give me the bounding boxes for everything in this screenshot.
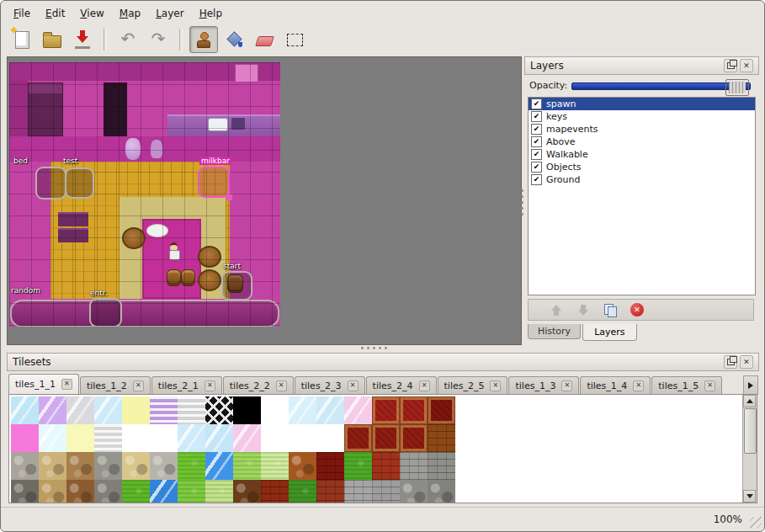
lower-layer-button[interactable] xyxy=(574,301,592,318)
tab-history[interactable]: History xyxy=(528,324,581,339)
layer-row-Objects[interactable]: ✔Objects xyxy=(529,161,755,173)
tile[interactable] xyxy=(205,424,233,452)
tileset-tab-tiles_2_3[interactable]: tiles_2_3✕ xyxy=(295,376,365,394)
menu-help[interactable]: Help xyxy=(192,5,230,22)
tile[interactable] xyxy=(39,452,66,480)
tile[interactable] xyxy=(205,396,233,424)
close-tab-icon[interactable]: ✕ xyxy=(561,380,572,391)
new-tool-button[interactable] xyxy=(8,26,36,53)
tileset-tab-tiles_1_2[interactable]: tiles_1_2✕ xyxy=(80,376,151,394)
tileset-tab-tiles_1_4[interactable]: tiles_1_4✕ xyxy=(580,376,651,394)
tileset-tab-tiles_1_5[interactable]: tiles_1_5✕ xyxy=(651,376,722,394)
close-panel-button[interactable]: ✕ xyxy=(740,59,753,72)
close-tab-icon[interactable]: ✕ xyxy=(348,380,359,391)
open-tool-button[interactable] xyxy=(38,26,66,53)
tile[interactable] xyxy=(316,424,344,452)
layer-row-Above[interactable]: ✔Above xyxy=(529,136,755,148)
save-tool-button[interactable] xyxy=(68,26,97,53)
tab-scroll-right-button[interactable] xyxy=(743,375,758,395)
raise-layer-button[interactable] xyxy=(547,301,566,318)
layers-panel-titlebar[interactable]: Layers ✕ xyxy=(524,56,759,75)
tileset-tab-tiles_2_5[interactable]: tiles_2_5✕ xyxy=(438,376,508,394)
layer-row-spawn[interactable]: ✔spawn xyxy=(529,98,755,110)
tile[interactable] xyxy=(400,452,428,480)
tile[interactable] xyxy=(11,452,39,480)
tile[interactable] xyxy=(233,396,261,424)
tile[interactable] xyxy=(400,424,428,452)
close-tab-icon[interactable]: ✕ xyxy=(704,380,715,391)
tileset-tab-tiles_1_1[interactable]: tiles_1_1✕ xyxy=(8,374,79,394)
tile[interactable] xyxy=(66,452,94,480)
tile[interactable] xyxy=(205,452,233,480)
stamp-tool-button[interactable] xyxy=(189,26,218,53)
map-object-milkbar[interactable] xyxy=(198,167,230,198)
scrollbar-thumb[interactable] xyxy=(744,408,757,454)
tab-layers[interactable]: Layers xyxy=(582,324,636,341)
layer-visibility-checkbox[interactable]: ✔ xyxy=(531,136,542,147)
tile[interactable] xyxy=(233,424,261,452)
layer-visibility-checkbox[interactable]: ✔ xyxy=(531,149,542,160)
tile[interactable] xyxy=(39,396,66,424)
tile[interactable] xyxy=(66,480,94,503)
eraser-tool-button[interactable] xyxy=(250,26,279,53)
layer-list[interactable]: ✔spawn✔keys✔mapevents✔Above✔Walkable✔Obj… xyxy=(528,97,756,295)
layer-row-Walkable[interactable]: ✔Walkable xyxy=(529,148,755,161)
tileset-tab-tiles_2_4[interactable]: tiles_2_4✕ xyxy=(366,376,437,394)
tile[interactable] xyxy=(178,424,205,452)
tileset-scrollbar[interactable] xyxy=(742,395,757,503)
tile[interactable] xyxy=(233,480,261,503)
tile[interactable] xyxy=(94,480,122,503)
tile[interactable] xyxy=(372,452,400,480)
resize-grip[interactable] xyxy=(750,517,762,529)
tile[interactable] xyxy=(400,396,428,424)
menu-file[interactable]: File xyxy=(6,5,38,22)
tile[interactable] xyxy=(261,424,289,452)
tile[interactable] xyxy=(150,480,178,503)
tile[interactable] xyxy=(39,480,66,503)
tilesets-panel-titlebar[interactable]: Tilesets ✕ xyxy=(7,353,759,371)
layer-visibility-checkbox[interactable]: ✔ xyxy=(531,111,542,122)
tile[interactable] xyxy=(94,424,122,452)
close-tab-icon[interactable]: ✕ xyxy=(133,380,144,391)
tile[interactable] xyxy=(344,480,372,503)
close-tab-icon[interactable]: ✕ xyxy=(205,380,215,391)
tile[interactable] xyxy=(261,480,289,503)
tile[interactable] xyxy=(316,452,344,480)
tile[interactable] xyxy=(344,452,372,480)
opacity-slider-handle[interactable] xyxy=(725,79,749,96)
close-tab-icon[interactable]: ✕ xyxy=(61,379,72,390)
map-object-start[interactable] xyxy=(221,271,252,301)
tile[interactable] xyxy=(94,396,122,424)
layer-row-Ground[interactable]: ✔Ground xyxy=(529,173,755,186)
menu-map[interactable]: Map xyxy=(112,5,148,22)
map-canvas[interactable]: bed test milkbar start entr. random xyxy=(9,62,280,327)
tile[interactable] xyxy=(122,396,150,424)
close-tab-icon[interactable]: ✕ xyxy=(490,380,501,391)
tile[interactable] xyxy=(428,424,455,452)
tile[interactable] xyxy=(39,424,66,452)
tile[interactable] xyxy=(178,452,205,480)
scroll-down-button[interactable] xyxy=(743,490,756,503)
tile[interactable] xyxy=(94,452,122,480)
tile[interactable] xyxy=(344,396,372,424)
layer-visibility-checkbox[interactable]: ✔ xyxy=(531,174,542,185)
menu-view[interactable]: View xyxy=(72,5,111,22)
tile[interactable] xyxy=(150,424,178,452)
tile[interactable] xyxy=(289,396,316,424)
duplicate-layer-button[interactable] xyxy=(601,301,619,318)
menu-layer[interactable]: Layer xyxy=(148,5,191,22)
tile[interactable] xyxy=(178,396,205,424)
tile[interactable] xyxy=(66,396,94,424)
tile[interactable] xyxy=(289,480,316,503)
layer-visibility-checkbox[interactable]: ✔ xyxy=(531,98,542,109)
close-panel-button[interactable]: ✕ xyxy=(740,355,753,369)
opacity-slider[interactable] xyxy=(571,78,754,92)
tile[interactable] xyxy=(122,452,150,480)
float-panel-button[interactable] xyxy=(724,59,737,72)
tile[interactable] xyxy=(428,480,455,503)
tile[interactable] xyxy=(261,396,289,424)
scroll-up-button[interactable] xyxy=(743,395,756,407)
layer-visibility-checkbox[interactable]: ✔ xyxy=(531,124,542,135)
horizontal-splitter[interactable] xyxy=(359,345,390,351)
tile[interactable] xyxy=(372,396,400,424)
